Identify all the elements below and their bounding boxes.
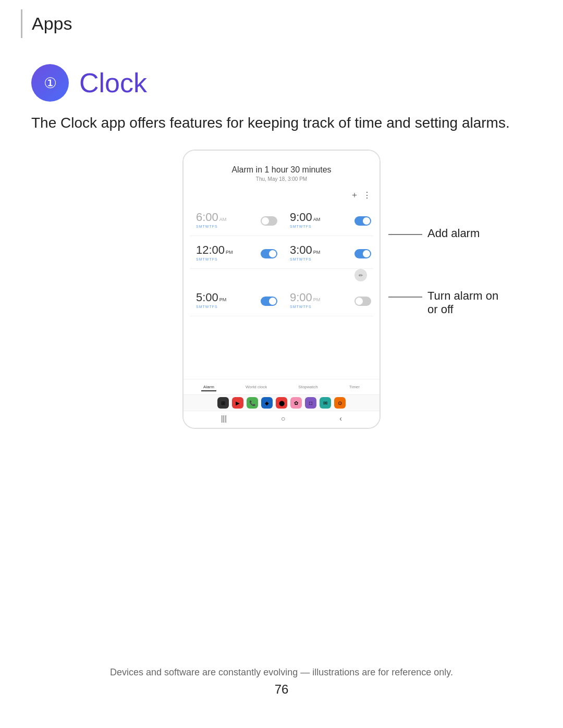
device-mockup: Alarm in 1 hour 30 minutes Thu, May 18, …	[182, 150, 381, 429]
alarm-item-1[interactable]: 6:00 AM SMTWTFS	[192, 207, 261, 231]
dock-app8-icon[interactable]: ⊙	[334, 397, 346, 409]
app-dock: ⊞ ▶ 📞 ◆ ⬤ ✿ □ ✉ ⊙	[183, 394, 380, 411]
alarm-time-1: 6:00	[196, 211, 218, 224]
alarm-time-2: 9:00	[290, 211, 312, 224]
edit-icon-area: ✏	[190, 269, 373, 283]
table-row: 5:00 PM SMTWTFS 9:00 PM	[190, 283, 373, 316]
alarm-days-6: SMTWTFS	[290, 305, 350, 309]
callout-add-alarm-label: Add alarm	[427, 227, 480, 240]
alarm-ampm-5: PM	[219, 297, 227, 302]
table-row: 12:00 PM SMTWTFS 3:00 P	[190, 236, 373, 269]
alarm-days-1: SMTWTFS	[196, 225, 256, 228]
alarm-toolbar: ＋ ⋮	[183, 187, 380, 203]
dock-app5-icon[interactable]: ✿	[290, 397, 302, 409]
clock-icon: ①	[44, 75, 57, 92]
bottom-navigation: Alarm World clock Stopwatch Timer ⊞ ▶	[183, 379, 380, 428]
alarm-toggle-3[interactable]	[261, 240, 277, 264]
alarm-item-3[interactable]: 12:00 PM SMTWTFS	[192, 240, 261, 264]
footer: Devices and software are constantly evol…	[0, 667, 563, 697]
callout-turn-alarm: Turn alarm on or off	[427, 289, 506, 316]
alarm-item-5[interactable]: 5:00 PM SMTWTFS	[192, 288, 261, 312]
dock-chrome-icon[interactable]: ⬤	[276, 397, 287, 409]
alarm-toggle-4[interactable]	[354, 240, 371, 264]
footer-note: Devices and software are constantly evol…	[0, 667, 563, 678]
alarm-ampm-4: PM	[313, 250, 321, 255]
page-number: 76	[0, 682, 563, 697]
alarm-days-3: SMTWTFS	[196, 257, 256, 261]
alarm-days-5: SMTWTFS	[196, 305, 256, 309]
alarm-ampm-2: AM	[313, 217, 321, 222]
edit-icon[interactable]: ✏	[354, 269, 367, 281]
dock-grid-icon[interactable]: ⊞	[217, 397, 229, 409]
tab-world-clock[interactable]: World clock	[243, 384, 269, 391]
alarm-countdown: Alarm in 1 hour 30 minutes	[194, 165, 369, 175]
callout-add-alarm: Add alarm	[427, 227, 480, 240]
breadcrumb: Apps	[32, 9, 72, 38]
navigation-bar: ||| ○ ‹	[183, 411, 380, 426]
clock-app-icon: ①	[31, 64, 69, 102]
tab-stopwatch[interactable]: Stopwatch	[296, 384, 320, 391]
alarm-time-3: 12:00	[196, 243, 225, 257]
alarm-toggle-2[interactable]	[354, 207, 371, 231]
alarm-item-6[interactable]: 9:00 PM SMTWTFS	[286, 288, 354, 312]
page-title: Clock	[79, 67, 147, 98]
nav-recents-icon[interactable]: |||	[221, 414, 227, 423]
alarm-days-4: SMTWTFS	[290, 257, 350, 261]
alarm-toggle-1[interactable]	[261, 207, 277, 231]
nav-back-icon[interactable]: ‹	[339, 414, 342, 423]
alarm-days-2: SMTWTFS	[290, 225, 350, 228]
page-header: ① Clock	[31, 64, 532, 102]
table-row: 6:00 AM SMTWTFS 9:00 AM	[190, 203, 373, 236]
alarm-ampm-6: PM	[313, 297, 321, 302]
alarm-list: 6:00 AM SMTWTFS 9:00 AM	[183, 203, 380, 316]
add-alarm-icon[interactable]: ＋	[350, 190, 359, 201]
page-description: The Clock app offers features for keepin…	[31, 112, 532, 134]
alarm-time-5: 5:00	[196, 291, 218, 304]
alarm-header: Alarm in 1 hour 30 minutes Thu, May 18, …	[183, 151, 380, 187]
alarm-ampm-1: AM	[219, 217, 227, 222]
dock-messages-icon[interactable]: ✉	[320, 397, 331, 409]
nav-home-icon[interactable]: ○	[281, 414, 285, 423]
alarm-time-6: 9:00	[290, 291, 312, 304]
alarm-date: Thu, May 18, 3:00 PM	[194, 176, 369, 182]
dock-app3-icon[interactable]: ◆	[261, 397, 273, 409]
alarm-item-4[interactable]: 3:00 PM SMTWTFS	[286, 240, 354, 264]
tab-alarm[interactable]: Alarm	[201, 384, 216, 391]
dock-youtube-icon[interactable]: ▶	[232, 397, 243, 409]
dock-app6-icon[interactable]: □	[305, 397, 316, 409]
callout-turn-alarm-label: Turn alarm on or off	[427, 289, 506, 316]
alarm-ampm-3: PM	[226, 250, 233, 255]
more-options-icon[interactable]: ⋮	[363, 190, 371, 200]
alarm-toggle-5[interactable]	[261, 288, 277, 312]
alarm-item-2[interactable]: 9:00 AM SMTWTFS	[286, 207, 354, 231]
alarm-toggle-6[interactable]	[354, 288, 371, 312]
dock-phone-icon[interactable]: 📞	[247, 397, 258, 409]
tab-timer[interactable]: Timer	[347, 384, 362, 391]
alarm-time-4: 3:00	[290, 243, 312, 257]
